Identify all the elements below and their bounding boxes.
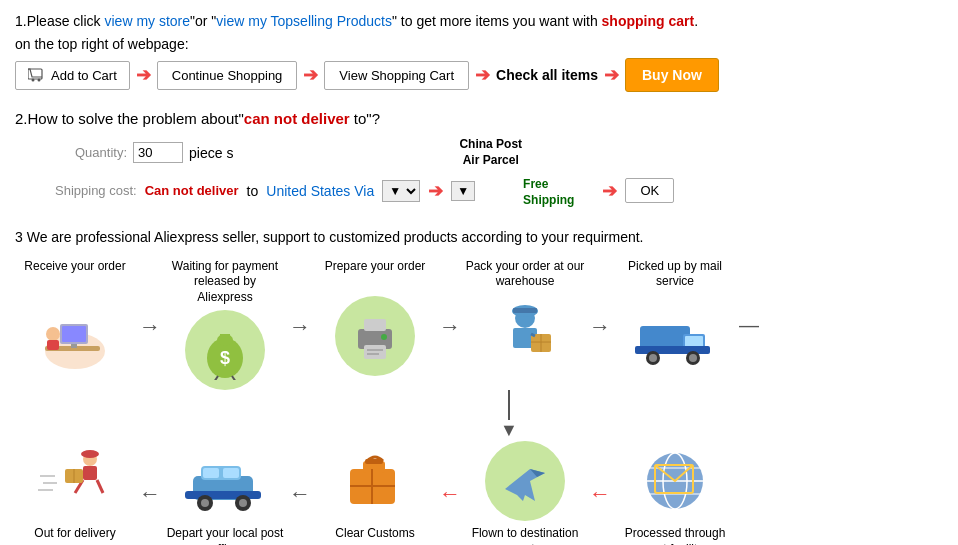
- arrow-bottom-3: ←: [435, 481, 465, 507]
- ok-label: OK: [640, 183, 659, 198]
- arrow-shipping: ➔: [428, 180, 443, 202]
- process-step-sort: Processed through sort facility: [615, 441, 735, 545]
- process-step-pack: Pack your order at our warehouse: [465, 259, 585, 376]
- receive-label: Receive your order: [24, 259, 125, 291]
- payment-svg: $: [200, 320, 250, 380]
- link1[interactable]: view my store: [104, 13, 190, 29]
- svg-rect-50: [203, 468, 219, 478]
- svg-rect-18: [364, 345, 386, 359]
- svg-rect-6: [62, 326, 86, 342]
- pack-label: Pack your order at our warehouse: [465, 259, 585, 291]
- svg-point-21: [381, 334, 387, 340]
- arrow-bottom-4: ←: [585, 481, 615, 507]
- cannot-deliver-heading: can not deliver: [244, 110, 350, 127]
- svg-rect-51: [223, 468, 239, 478]
- v-line: [508, 390, 510, 420]
- svg-rect-20: [367, 353, 379, 355]
- dropdown-arrow-btn[interactable]: ▼: [451, 181, 475, 201]
- arrow3: ➔: [475, 64, 490, 86]
- svg-rect-19: [367, 349, 383, 351]
- arrow1: ➔: [136, 64, 151, 86]
- arrow4: ➔: [604, 64, 619, 86]
- receive-icon: [35, 296, 115, 376]
- check-all-items-text: Check all items: [496, 67, 598, 83]
- prepare-svg: [350, 311, 400, 361]
- arrow-bottom-2: ←: [285, 481, 315, 507]
- svg-point-8: [46, 327, 60, 341]
- continue-shopping-label: Continue Shopping: [172, 68, 283, 83]
- svg-line-41: [97, 480, 103, 493]
- svg-point-1: [32, 79, 35, 82]
- delivery-icon: [35, 441, 115, 521]
- step1-suffix: " to get more items you want with: [392, 13, 602, 29]
- prepare-circle: [335, 296, 415, 376]
- step2-intro: 2.How to solve the problem about": [15, 110, 244, 127]
- step1-intro: 1.Please click: [15, 13, 104, 29]
- svg-point-54: [201, 499, 209, 507]
- flown-svg: [495, 451, 555, 511]
- view-shopping-cart-button[interactable]: View Shopping Cart: [324, 61, 469, 90]
- cart-icon: [28, 68, 46, 82]
- add-to-cart-label: Add to Cart: [51, 68, 117, 83]
- button-flow-row: Add to Cart ➔ Continue Shopping ➔ View S…: [15, 58, 943, 92]
- piece-s-text: piece s: [189, 145, 233, 161]
- arrow-top-1: →: [135, 314, 165, 340]
- pack-svg: [485, 296, 565, 376]
- payment-label: Waiting for payment released by Aliexpre…: [165, 259, 285, 306]
- sort-svg: [635, 441, 715, 521]
- customs-icon: [335, 441, 415, 521]
- svg-rect-33: [635, 346, 710, 354]
- arrow-bottom-1: ←: [135, 481, 165, 507]
- sort-label: Processed through sort facility: [615, 526, 735, 545]
- process-step-flown: Flown to destination country: [465, 441, 585, 545]
- step1-period: .: [694, 13, 698, 29]
- svg-line-15: [232, 376, 236, 380]
- post-svg: [185, 441, 265, 521]
- process-step-receive: Receive your order: [15, 259, 135, 376]
- process-step-payment: Waiting for payment released by Aliexpre…: [165, 259, 285, 391]
- v-arrowhead: ▼: [500, 420, 518, 441]
- quantity-input[interactable]: [133, 142, 183, 163]
- shipping-cost-label: Shipping cost:: [55, 183, 137, 198]
- step3-paragraph: 3 We are professional Aliexpress seller,…: [15, 229, 943, 245]
- customs-svg: [335, 441, 415, 521]
- svg-point-56: [239, 499, 247, 507]
- add-to-cart-button[interactable]: Add to Cart: [15, 61, 130, 90]
- svg-rect-12: [220, 334, 230, 342]
- quantity-row: Quantity: piece s China Post Air Parcel: [75, 137, 943, 168]
- svg-rect-7: [71, 344, 77, 348]
- receive-svg: [35, 296, 115, 376]
- process-step-prepare: Prepare your order: [315, 259, 435, 376]
- svg-point-37: [689, 354, 697, 362]
- to-text: to: [247, 183, 259, 199]
- process-bottom-row: Out for delivery ← Depart your local pos…: [15, 441, 943, 545]
- ok-button[interactable]: OK: [625, 178, 674, 203]
- post-label: Depart your local post office: [165, 526, 285, 545]
- dash-top: —: [735, 314, 763, 337]
- svg-point-35: [649, 354, 657, 362]
- shipping-via-select[interactable]: ▼: [382, 180, 420, 202]
- svg-rect-39: [83, 466, 97, 480]
- process-step-pickup: Picked up by mail service: [615, 259, 735, 376]
- shopping-cart-text: shopping cart: [602, 13, 695, 29]
- step2-paragraph: 2.How to solve the problem about"can not…: [15, 110, 943, 127]
- link2[interactable]: view my Topselling Products: [216, 13, 392, 29]
- process-step-post: Depart your local post office: [165, 441, 285, 545]
- arrow-top-4: →: [585, 314, 615, 340]
- delivery-label: Out for delivery: [34, 526, 115, 542]
- view-shopping-cart-label: View Shopping Cart: [339, 68, 454, 83]
- pickup-icon: [635, 296, 715, 376]
- process-top-row: Receive your order → Waiting for payment…: [15, 259, 943, 391]
- arrow2: ➔: [303, 64, 318, 86]
- pickup-label: Picked up by mail service: [615, 259, 735, 291]
- step1-paragraph: 1.Please click view my store"or "view my…: [15, 10, 943, 32]
- step2-suffix: to"?: [350, 110, 380, 127]
- continue-shopping-button[interactable]: Continue Shopping: [157, 61, 298, 90]
- on-top-text: on the top right of webpage:: [15, 36, 943, 52]
- buy-now-button[interactable]: Buy Now: [625, 58, 719, 92]
- buy-now-label: Buy Now: [642, 67, 702, 83]
- svg-line-14: [214, 376, 218, 380]
- svg-point-44: [81, 450, 99, 458]
- arrow-ok: ➔: [602, 180, 617, 202]
- china-post-label: China Post Air Parcel: [459, 137, 522, 168]
